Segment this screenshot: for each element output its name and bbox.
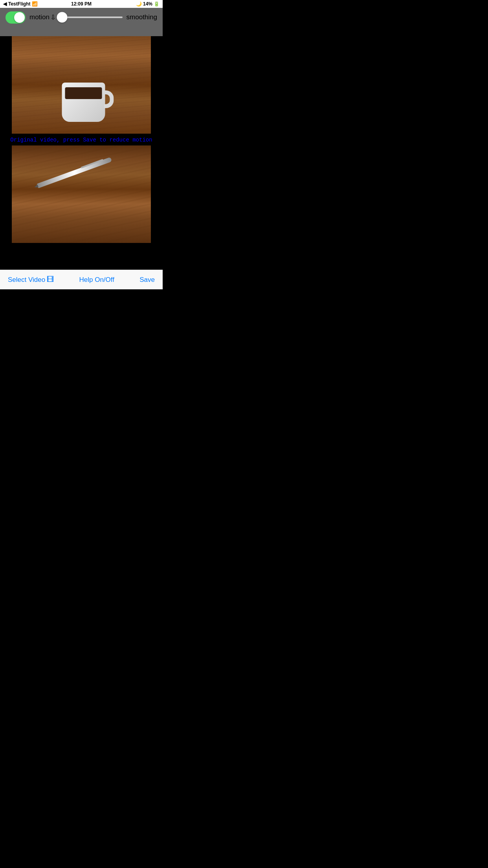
save-label: Save <box>139 276 155 284</box>
select-video-button[interactable]: Select Video 🎞 <box>8 276 54 284</box>
motion-label: motion⇩ <box>29 13 56 22</box>
controls-bar: motion⇩ smoothing <box>0 8 163 27</box>
slider-track[interactable] <box>62 17 123 18</box>
help-toggle-label: Help On/Off <box>79 276 114 284</box>
carrier-label: TestFlight <box>8 1 30 7</box>
mug-liquid <box>65 87 102 99</box>
wood-texture-top <box>12 36 151 134</box>
status-left: ◀ TestFlight 📶 <box>3 1 38 7</box>
gray-spacer <box>0 27 163 36</box>
mug-handle <box>104 90 114 108</box>
status-text-bar: Original video, press Save to reduce mot… <box>0 134 163 145</box>
app-container: ◀ TestFlight 📶 12:09 PM 🌙 14% 🔋 motion⇩ <box>0 0 163 289</box>
mug-illustration <box>62 83 105 122</box>
top-video-image <box>12 36 151 134</box>
smoothing-slider-container <box>62 17 123 18</box>
mug-body <box>62 83 105 122</box>
battery-icon: 🔋 <box>154 1 160 7</box>
top-video-wrapper <box>0 36 163 134</box>
bottom-toolbar: Select Video 🎞 Help On/Off Save <box>0 270 163 289</box>
help-toggle-button[interactable]: Help On/Off <box>79 276 114 284</box>
save-button[interactable]: Save <box>139 276 155 284</box>
battery-percent: 14% <box>143 1 152 7</box>
film-icon: 🎞 <box>47 276 54 284</box>
slider-thumb[interactable] <box>57 12 68 23</box>
wood-texture-bottom <box>12 145 151 243</box>
smoothing-label: smoothing <box>127 13 157 21</box>
pen-body <box>37 157 112 188</box>
pen-clip <box>81 159 103 168</box>
pen-tip <box>34 184 39 189</box>
black-right-bar-2 <box>151 145 163 243</box>
black-left-bar-2 <box>0 145 12 243</box>
time-display: 12:09 PM <box>71 1 92 7</box>
black-left-bar <box>0 36 12 134</box>
select-video-label: Select Video <box>8 276 45 284</box>
black-right-bar <box>151 36 163 134</box>
status-message: Original video, press Save to reduce mot… <box>10 137 152 143</box>
bottom-video-wrapper <box>0 145 163 243</box>
wifi-icon: 📶 <box>32 1 38 7</box>
status-bar: ◀ TestFlight 📶 12:09 PM 🌙 14% 🔋 <box>0 0 163 8</box>
bottom-video-image <box>12 145 151 243</box>
back-arrow[interactable]: ◀ <box>3 1 7 7</box>
motion-down-arrow: ⇩ <box>50 13 56 22</box>
moon-icon: 🌙 <box>136 1 142 7</box>
motion-toggle[interactable] <box>6 11 26 24</box>
pen-illustration <box>37 147 142 195</box>
status-right: 🌙 14% 🔋 <box>136 1 160 7</box>
toggle-knob <box>14 12 25 23</box>
